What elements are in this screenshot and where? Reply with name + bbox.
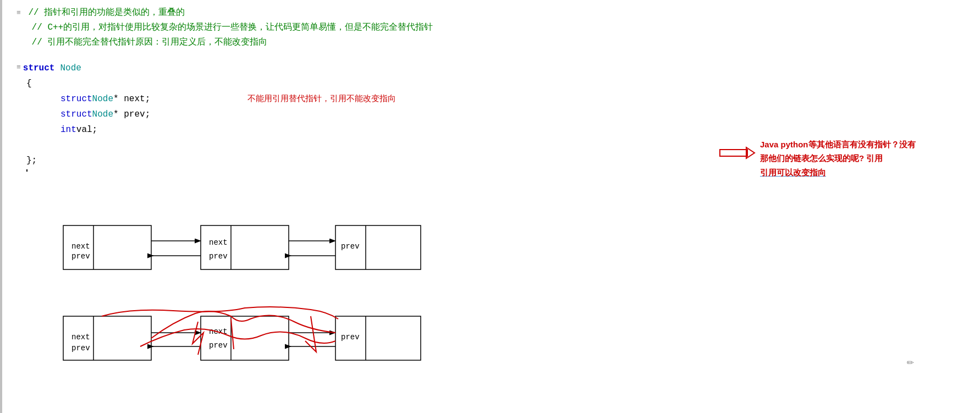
code-block: ≡ struct Node { struct Node * next; 不能用引…	[16, 60, 969, 172]
diagram-row-1: next next prev prev prev	[30, 220, 426, 280]
right-line-2: 那他们的链表怎么实现的呢? 引用	[760, 151, 936, 166]
svg-rect-21	[201, 316, 289, 360]
comment-line-3: // 引用不能完全替代指针原因：引用定义后，不能改变指向	[16, 35, 969, 50]
svg-text:prev: prev	[341, 242, 360, 251]
svg-text:prev: prev	[209, 341, 228, 350]
svg-rect-0	[720, 150, 747, 156]
svg-text:prev: prev	[209, 252, 228, 261]
right-line-3-text: 引用可以改变指向	[760, 168, 826, 177]
struct-keyword: struct	[23, 60, 55, 76]
content-area: ≡ // 指针和引用的功能是类似的，重叠的 // C++的引用，对指针使用比较复…	[0, 0, 980, 413]
diagram-row-2: next prev next prev prev	[30, 305, 426, 390]
close-brace: };	[26, 153, 37, 168]
svg-rect-5	[201, 225, 289, 269]
right-annotation-box: Java python等其他语言有没有指针？没有 那他们的链表怎么实现的呢? 引…	[760, 137, 936, 180]
node-name: Node	[60, 60, 81, 76]
right-line-3: 引用可以改变指向	[760, 166, 936, 180]
svg-text:prev: prev	[71, 252, 90, 261]
svg-text:next: next	[71, 333, 90, 342]
main-container: ≡ // 指针和引用的功能是类似的，重叠的 // C++的引用，对指针使用比较复…	[0, 0, 980, 413]
member-prev-line: struct Node * prev;	[60, 107, 969, 122]
diagram-row-1-svg: next next prev prev prev	[30, 220, 426, 280]
comment-block: ≡ // 指针和引用的功能是类似的，重叠的 // C++的引用，对指针使用比较复…	[16, 5, 969, 51]
member-val-line: int val;	[60, 122, 969, 137]
right-annotation-text: Java python等其他语言有没有指针？没有 那他们的链表怎么实现的呢? 引…	[760, 137, 936, 180]
svg-text:prev: prev	[341, 333, 360, 342]
open-brace: {	[26, 76, 32, 91]
arrow-right-icon	[719, 142, 757, 164]
member-next-line: struct Node * next; 不能用引用替代指针，引用不能改变指向	[60, 91, 969, 107]
svg-text:prev: prev	[71, 344, 90, 353]
open-brace-line: {	[16, 76, 969, 91]
pencil-icon[interactable]: ✏	[907, 354, 914, 369]
right-line-1: Java python等其他语言有没有指针？没有	[760, 137, 936, 152]
diagram-row-2-svg: next prev next prev prev	[30, 305, 426, 390]
annotation-middle: 不能用引用替代指针，引用不能改变指向	[247, 91, 396, 106]
svg-text:next: next	[71, 242, 90, 251]
comment-line-1: ≡ // 指针和引用的功能是类似的，重叠的	[16, 5, 969, 20]
comment-line-2: // C++的引用，对指针使用比较复杂的场景进行一些替换，让代码更简单易懂，但是…	[16, 20, 969, 35]
svg-text:next: next	[209, 238, 228, 247]
struct-declaration: ≡ struct Node	[16, 60, 969, 76]
